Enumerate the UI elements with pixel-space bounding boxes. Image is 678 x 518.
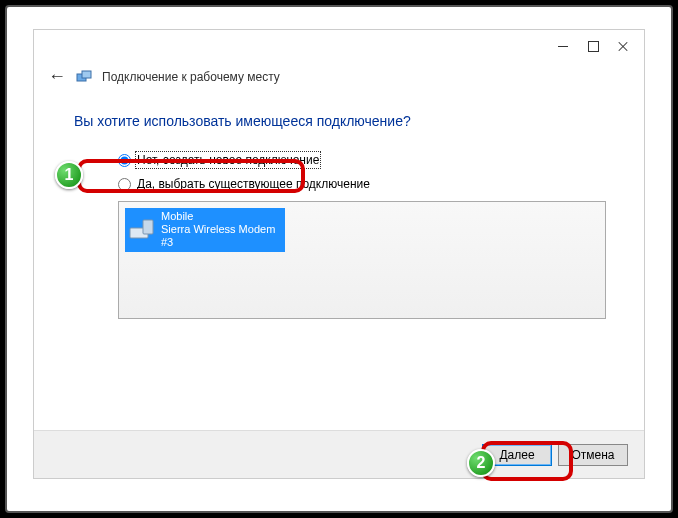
- svg-rect-3: [143, 220, 153, 234]
- connection-text: Mobile Sierra Wireless Modem #3: [161, 210, 281, 250]
- connection-device: Sierra Wireless Modem #3: [161, 223, 281, 249]
- minimize-button[interactable]: [548, 35, 578, 57]
- workplace-icon: [76, 69, 92, 85]
- radio-new-label: Нет, создать новое подключение: [137, 153, 319, 167]
- wizard-header: ← Подключение к рабочему месту: [34, 62, 644, 95]
- wizard-footer: Далее Отмена: [34, 430, 644, 478]
- wizard-window: ← Подключение к рабочему месту Вы хотите…: [33, 29, 645, 479]
- question-heading: Вы хотите использовать имеющееся подключ…: [74, 113, 604, 129]
- radio-new-input[interactable]: [118, 154, 131, 167]
- close-button[interactable]: [608, 35, 638, 57]
- radio-existing-connection[interactable]: Да, выбрать существующее подключение: [118, 177, 604, 191]
- titlebar: [34, 30, 644, 62]
- wizard-title: Подключение к рабочему месту: [102, 70, 280, 84]
- wizard-content: Вы хотите использовать имеющееся подключ…: [34, 95, 644, 319]
- screenshot-frame: ← Подключение к рабочему месту Вы хотите…: [5, 5, 673, 513]
- connections-listbox[interactable]: Mobile Sierra Wireless Modem #3: [118, 201, 606, 319]
- back-arrow-icon[interactable]: ←: [48, 66, 66, 87]
- radio-new-connection[interactable]: Нет, создать новое подключение: [118, 153, 604, 167]
- connection-item[interactable]: Mobile Sierra Wireless Modem #3: [125, 208, 285, 252]
- radio-group: Нет, создать новое подключение Да, выбра…: [74, 153, 604, 191]
- cancel-button[interactable]: Отмена: [558, 444, 628, 466]
- next-button[interactable]: Далее: [482, 444, 552, 466]
- svg-rect-1: [82, 71, 91, 78]
- modem-icon: [129, 218, 155, 242]
- maximize-button[interactable]: [578, 35, 608, 57]
- radio-existing-label: Да, выбрать существующее подключение: [137, 177, 370, 191]
- radio-existing-input[interactable]: [118, 178, 131, 191]
- connection-name: Mobile: [161, 210, 281, 223]
